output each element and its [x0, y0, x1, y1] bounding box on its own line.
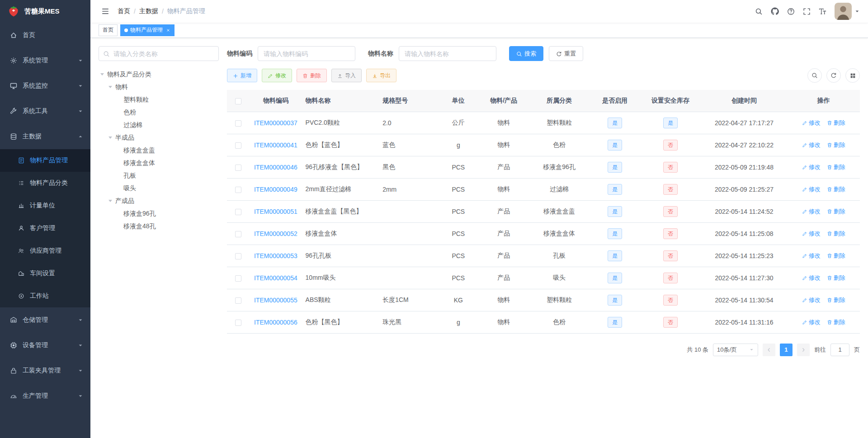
tree-node[interactable]: 半成品	[99, 132, 219, 144]
export-button[interactable]: 导出	[366, 69, 396, 82]
row-delete-link[interactable]: 删除	[827, 163, 845, 171]
row-delete-link[interactable]: 删除	[827, 230, 845, 238]
table-row[interactable]: ITEM0000005410mm吸头PCS产品吸头是否2022-05-14 11…	[227, 267, 860, 289]
row-edit-link[interactable]: 修改	[802, 318, 821, 326]
row-delete-link[interactable]: 删除	[827, 252, 845, 260]
row-checkbox[interactable]	[235, 209, 241, 215]
sidebar-item-measurement-unit[interactable]: 计量单位	[0, 194, 90, 217]
row-delete-link[interactable]: 删除	[827, 318, 845, 326]
material-code-link[interactable]: ITEM00000051	[254, 208, 297, 215]
sidebar-item-system-tools[interactable]: 系统工具	[0, 99, 90, 124]
add-button[interactable]: 新增	[227, 69, 257, 82]
select-all-checkbox[interactable]	[235, 98, 241, 104]
reset-button[interactable]: 重置	[549, 46, 583, 61]
table-row[interactable]: ITEM000000492mm直径过滤棉2mmPCS物料过滤棉是否2022-05…	[227, 178, 860, 200]
table-row[interactable]: ITEM0000004696孔移液盒【黑色】黑色PCS产品移液盒96孔是否202…	[227, 156, 860, 178]
close-icon[interactable]	[166, 28, 170, 33]
table-row[interactable]: ITEM00000051移液盒盒盖【黑色】PCS产品移液盒盒盖是否2022-05…	[227, 200, 860, 222]
sidebar-item-equipment-management[interactable]: 设备管理	[0, 333, 90, 358]
row-checkbox[interactable]	[235, 120, 241, 127]
next-page-button[interactable]	[797, 344, 810, 356]
sidebar-item-master-data[interactable]: 主数据	[0, 124, 90, 149]
tab-material-product-management[interactable]: 物料产品管理	[120, 24, 175, 36]
sidebar-item-workstation[interactable]: 工作站	[0, 285, 90, 307]
row-delete-link[interactable]: 删除	[827, 207, 845, 216]
sidebar-item-fixture-management[interactable]: 工装夹具管理	[0, 358, 90, 383]
material-name-input[interactable]	[399, 46, 496, 61]
row-edit-link[interactable]: 修改	[802, 296, 821, 304]
material-code-input[interactable]	[258, 46, 355, 61]
material-code-link[interactable]: ITEM00000041	[254, 141, 297, 149]
toggle-search-button[interactable]	[807, 68, 822, 83]
import-button[interactable]: 导入	[331, 69, 362, 82]
material-code-link[interactable]: ITEM00000054	[254, 274, 297, 282]
row-edit-link[interactable]: 修改	[802, 141, 821, 149]
table-row[interactable]: ITEM0000005396孔孔板PCS产品孔板是否2022-05-14 11:…	[227, 245, 860, 267]
row-delete-link[interactable]: 删除	[827, 119, 845, 127]
tree-node[interactable]: 移液盒48孔	[99, 220, 219, 233]
material-code-link[interactable]: ITEM00000037	[254, 119, 297, 127]
row-checkbox[interactable]	[235, 142, 241, 149]
font-size-icon[interactable]	[819, 8, 826, 15]
goto-page-input[interactable]	[830, 344, 849, 356]
tab-home[interactable]: 首页	[99, 24, 118, 36]
github-icon[interactable]	[771, 7, 779, 15]
row-delete-link[interactable]: 删除	[827, 141, 845, 149]
row-edit-link[interactable]: 修改	[802, 274, 821, 282]
row-checkbox[interactable]	[235, 297, 241, 304]
refresh-button[interactable]	[826, 68, 841, 83]
sidebar-item-material-product-category[interactable]: 物料产品分类	[0, 172, 90, 194]
tree-node[interactable]: 移液盒盒体	[99, 157, 219, 170]
fullscreen-icon[interactable]	[803, 8, 811, 15]
table-row[interactable]: ITEM00000041色粉【蓝色】蓝色g物料色粉是否2022-04-27 22…	[227, 134, 860, 156]
category-search-input[interactable]	[99, 46, 219, 61]
sidebar-item-supplier-management[interactable]: 供应商管理	[0, 240, 90, 262]
row-edit-link[interactable]: 修改	[802, 207, 821, 216]
tree-node[interactable]: 移液盒96孔	[99, 207, 219, 220]
app-logo[interactable]: 苦糖果MES	[0, 0, 90, 23]
row-delete-link[interactable]: 删除	[827, 296, 845, 304]
table-row[interactable]: ITEM00000056色粉【黑色】珠光黑g物料色粉是否2022-05-14 1…	[227, 311, 860, 333]
row-checkbox[interactable]	[235, 231, 241, 237]
help-icon[interactable]	[787, 8, 795, 15]
prev-page-button[interactable]	[763, 344, 775, 356]
row-checkbox[interactable]	[235, 320, 241, 326]
header-search-icon[interactable]	[755, 8, 763, 15]
row-checkbox[interactable]	[235, 187, 241, 193]
delete-button[interactable]: 删除	[297, 69, 327, 82]
caret-down-icon[interactable]	[108, 137, 112, 141]
avatar[interactable]	[835, 3, 860, 20]
material-code-link[interactable]: ITEM00000046	[254, 164, 297, 171]
sidebar-item-workshop-settings[interactable]: 车间设置	[0, 262, 90, 285]
page-number-button[interactable]: 1	[780, 344, 793, 356]
page-size-select[interactable]: 10条/页	[713, 344, 758, 356]
tree-node[interactable]: 物料及产品分类	[99, 68, 219, 81]
row-edit-link[interactable]: 修改	[802, 185, 821, 193]
search-button[interactable]: 搜索	[509, 46, 543, 61]
material-code-link[interactable]: ITEM00000056	[254, 319, 297, 326]
material-code-link[interactable]: ITEM00000053	[254, 252, 297, 259]
tree-node[interactable]: 物料	[99, 81, 219, 94]
tree-node[interactable]: 色粉	[99, 106, 219, 119]
tree-node[interactable]: 产成品	[99, 195, 219, 207]
caret-down-icon[interactable]	[100, 73, 104, 77]
row-edit-link[interactable]: 修改	[802, 119, 821, 127]
hamburger-icon[interactable]	[101, 7, 109, 15]
breadcrumb-item[interactable]: 首页	[118, 7, 130, 15]
tree-node[interactable]: 孔板	[99, 170, 219, 182]
material-code-link[interactable]: ITEM00000055	[254, 297, 297, 304]
edit-button[interactable]: 修改	[262, 69, 292, 82]
row-edit-link[interactable]: 修改	[802, 252, 821, 260]
tree-node[interactable]: 塑料颗粒	[99, 94, 219, 106]
breadcrumb-item[interactable]: 主数据	[139, 7, 158, 15]
table-row[interactable]: ITEM00000052移液盒盒体PCS产品移液盒盒体是否2022-05-14 …	[227, 222, 860, 245]
row-delete-link[interactable]: 删除	[827, 185, 845, 193]
row-checkbox[interactable]	[235, 253, 241, 259]
table-row[interactable]: ITEM00000055ABS颗粒长度1CMKG物料塑料颗粒是否2022-05-…	[227, 289, 860, 311]
tree-node[interactable]: 移液盒盒盖	[99, 144, 219, 157]
sidebar-item-warehouse-management[interactable]: 仓储管理	[0, 307, 90, 333]
sidebar-item-system-monitor[interactable]: 系统监控	[0, 73, 90, 99]
tree-node[interactable]: 吸头	[99, 182, 219, 195]
sidebar-item-customer-management[interactable]: 客户管理	[0, 217, 90, 240]
table-row[interactable]: ITEM00000037PVC2.0颗粒2.0公斤物料塑料颗粒是是2022-04…	[227, 112, 860, 134]
